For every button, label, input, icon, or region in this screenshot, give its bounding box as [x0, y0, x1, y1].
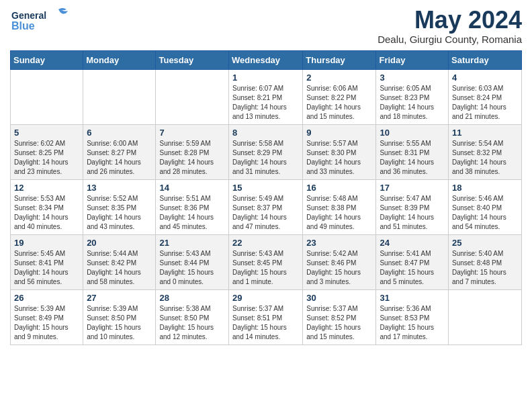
calendar-week-row: 12Sunrise: 5:53 AM Sunset: 8:34 PM Dayli…	[11, 179, 522, 234]
calendar-week-row: 26Sunrise: 5:39 AM Sunset: 8:49 PM Dayli…	[11, 289, 522, 345]
day-info: Sunrise: 5:43 AM Sunset: 8:45 PM Dayligh…	[232, 249, 299, 287]
calendar-cell	[449, 289, 522, 345]
day-info: Sunrise: 6:02 AM Sunset: 8:25 PM Dayligh…	[14, 139, 79, 177]
day-info: Sunrise: 5:37 AM Sunset: 8:52 PM Dayligh…	[306, 304, 372, 342]
day-number: 2	[306, 73, 372, 83]
day-info: Sunrise: 5:41 AM Sunset: 8:47 PM Dayligh…	[380, 249, 445, 287]
calendar-cell: 1Sunrise: 6:07 AM Sunset: 8:21 PM Daylig…	[229, 69, 303, 124]
calendar-cell: 19Sunrise: 5:45 AM Sunset: 8:41 PM Dayli…	[11, 234, 83, 289]
day-info: Sunrise: 5:38 AM Sunset: 8:50 PM Dayligh…	[159, 304, 225, 342]
calendar-cell: 31Sunrise: 5:36 AM Sunset: 8:53 PM Dayli…	[376, 289, 449, 345]
calendar-cell: 15Sunrise: 5:49 AM Sunset: 8:37 PM Dayli…	[229, 179, 303, 234]
calendar-cell: 10Sunrise: 5:55 AM Sunset: 8:31 PM Dayli…	[376, 124, 449, 179]
day-number: 8	[232, 128, 299, 138]
calendar-header-row: Sunday Monday Tuesday Wednesday Thursday…	[11, 50, 522, 69]
calendar-cell: 29Sunrise: 5:37 AM Sunset: 8:51 PM Dayli…	[229, 289, 303, 345]
calendar-cell: 4Sunrise: 6:03 AM Sunset: 8:24 PM Daylig…	[449, 69, 522, 124]
day-info: Sunrise: 5:57 AM Sunset: 8:30 PM Dayligh…	[306, 139, 372, 177]
day-number: 7	[159, 128, 225, 138]
day-info: Sunrise: 6:05 AM Sunset: 8:23 PM Dayligh…	[380, 84, 445, 122]
subtitle: Dealu, Giurgiu County, Romania	[378, 34, 522, 45]
calendar-cell: 21Sunrise: 5:43 AM Sunset: 8:44 PM Dayli…	[156, 234, 229, 289]
day-number: 13	[87, 183, 152, 193]
col-thursday: Thursday	[303, 50, 376, 69]
day-info: Sunrise: 5:46 AM Sunset: 8:40 PM Dayligh…	[452, 194, 518, 232]
calendar-cell: 27Sunrise: 5:39 AM Sunset: 8:50 PM Dayli…	[83, 289, 156, 345]
calendar-cell	[83, 69, 156, 124]
day-info: Sunrise: 5:59 AM Sunset: 8:28 PM Dayligh…	[159, 139, 225, 177]
day-number: 16	[306, 183, 372, 193]
calendar-cell	[11, 69, 83, 124]
day-info: Sunrise: 6:07 AM Sunset: 8:21 PM Dayligh…	[232, 84, 299, 122]
day-number: 12	[14, 183, 79, 193]
day-info: Sunrise: 5:48 AM Sunset: 8:38 PM Dayligh…	[306, 194, 372, 232]
logo: General Blue	[10, 7, 71, 35]
calendar-cell: 23Sunrise: 5:42 AM Sunset: 8:46 PM Dayli…	[303, 234, 376, 289]
day-number: 30	[306, 293, 372, 303]
calendar-week-row: 19Sunrise: 5:45 AM Sunset: 8:41 PM Dayli…	[11, 234, 522, 289]
logo-svg: General Blue	[10, 7, 71, 35]
day-info: Sunrise: 5:39 AM Sunset: 8:50 PM Dayligh…	[87, 304, 152, 342]
calendar-cell: 7Sunrise: 5:59 AM Sunset: 8:28 PM Daylig…	[156, 124, 229, 179]
col-wednesday: Wednesday	[229, 50, 303, 69]
calendar-cell: 11Sunrise: 5:54 AM Sunset: 8:32 PM Dayli…	[449, 124, 522, 179]
calendar-cell: 3Sunrise: 6:05 AM Sunset: 8:23 PM Daylig…	[376, 69, 449, 124]
calendar-cell: 17Sunrise: 5:47 AM Sunset: 8:39 PM Dayli…	[376, 179, 449, 234]
calendar-cell: 28Sunrise: 5:38 AM Sunset: 8:50 PM Dayli…	[156, 289, 229, 345]
day-number: 20	[87, 238, 152, 248]
calendar-cell: 14Sunrise: 5:51 AM Sunset: 8:36 PM Dayli…	[156, 179, 229, 234]
calendar-cell: 6Sunrise: 6:00 AM Sunset: 8:27 PM Daylig…	[83, 124, 156, 179]
day-number: 1	[232, 73, 299, 83]
day-info: Sunrise: 6:03 AM Sunset: 8:24 PM Dayligh…	[452, 84, 518, 122]
day-info: Sunrise: 5:39 AM Sunset: 8:49 PM Dayligh…	[14, 304, 79, 342]
calendar-cell: 9Sunrise: 5:57 AM Sunset: 8:30 PM Daylig…	[303, 124, 376, 179]
calendar-cell: 20Sunrise: 5:44 AM Sunset: 8:42 PM Dayli…	[83, 234, 156, 289]
calendar-cell: 25Sunrise: 5:40 AM Sunset: 8:48 PM Dayli…	[449, 234, 522, 289]
calendar-cell: 26Sunrise: 5:39 AM Sunset: 8:49 PM Dayli…	[11, 289, 83, 345]
col-monday: Monday	[83, 50, 156, 69]
day-info: Sunrise: 5:44 AM Sunset: 8:42 PM Dayligh…	[87, 249, 152, 287]
day-info: Sunrise: 5:58 AM Sunset: 8:29 PM Dayligh…	[232, 139, 299, 177]
day-number: 11	[452, 128, 518, 138]
col-tuesday: Tuesday	[156, 50, 229, 69]
calendar-table: Sunday Monday Tuesday Wednesday Thursday…	[10, 50, 522, 345]
calendar-cell: 13Sunrise: 5:52 AM Sunset: 8:35 PM Dayli…	[83, 179, 156, 234]
day-info: Sunrise: 5:36 AM Sunset: 8:53 PM Dayligh…	[380, 304, 445, 342]
calendar-week-row: 1Sunrise: 6:07 AM Sunset: 8:21 PM Daylig…	[11, 69, 522, 124]
col-saturday: Saturday	[449, 50, 522, 69]
day-number: 19	[14, 238, 79, 248]
day-info: Sunrise: 6:00 AM Sunset: 8:27 PM Dayligh…	[87, 139, 152, 177]
day-number: 18	[452, 183, 518, 193]
title-section: May 2024 Dealu, Giurgiu County, Romania	[378, 7, 522, 45]
col-sunday: Sunday	[11, 50, 83, 69]
calendar-cell: 30Sunrise: 5:37 AM Sunset: 8:52 PM Dayli…	[303, 289, 376, 345]
day-number: 24	[380, 238, 445, 248]
day-number: 22	[232, 238, 299, 248]
day-number: 3	[380, 73, 445, 83]
day-info: Sunrise: 5:43 AM Sunset: 8:44 PM Dayligh…	[159, 249, 225, 287]
main-title: May 2024	[378, 7, 522, 34]
day-number: 28	[159, 293, 225, 303]
calendar-week-row: 5Sunrise: 6:02 AM Sunset: 8:25 PM Daylig…	[11, 124, 522, 179]
day-info: Sunrise: 5:40 AM Sunset: 8:48 PM Dayligh…	[452, 249, 518, 287]
col-friday: Friday	[376, 50, 449, 69]
day-info: Sunrise: 5:47 AM Sunset: 8:39 PM Dayligh…	[380, 194, 445, 232]
calendar-cell: 22Sunrise: 5:43 AM Sunset: 8:45 PM Dayli…	[229, 234, 303, 289]
header: General Blue May 2024 Dealu, Giurgiu Cou…	[10, 7, 522, 45]
day-number: 21	[159, 238, 225, 248]
day-number: 29	[232, 293, 299, 303]
day-number: 15	[232, 183, 299, 193]
calendar-cell: 24Sunrise: 5:41 AM Sunset: 8:47 PM Dayli…	[376, 234, 449, 289]
day-number: 14	[159, 183, 225, 193]
page: General Blue May 2024 Dealu, Giurgiu Cou…	[0, 0, 532, 411]
day-info: Sunrise: 5:55 AM Sunset: 8:31 PM Dayligh…	[380, 139, 445, 177]
day-info: Sunrise: 5:42 AM Sunset: 8:46 PM Dayligh…	[306, 249, 372, 287]
day-info: Sunrise: 5:37 AM Sunset: 8:51 PM Dayligh…	[232, 304, 299, 342]
day-number: 25	[452, 238, 518, 248]
calendar-cell: 2Sunrise: 6:06 AM Sunset: 8:22 PM Daylig…	[303, 69, 376, 124]
day-number: 4	[452, 73, 518, 83]
calendar-cell: 12Sunrise: 5:53 AM Sunset: 8:34 PM Dayli…	[11, 179, 83, 234]
calendar-cell	[156, 69, 229, 124]
day-info: Sunrise: 5:49 AM Sunset: 8:37 PM Dayligh…	[232, 194, 299, 232]
day-number: 10	[380, 128, 445, 138]
